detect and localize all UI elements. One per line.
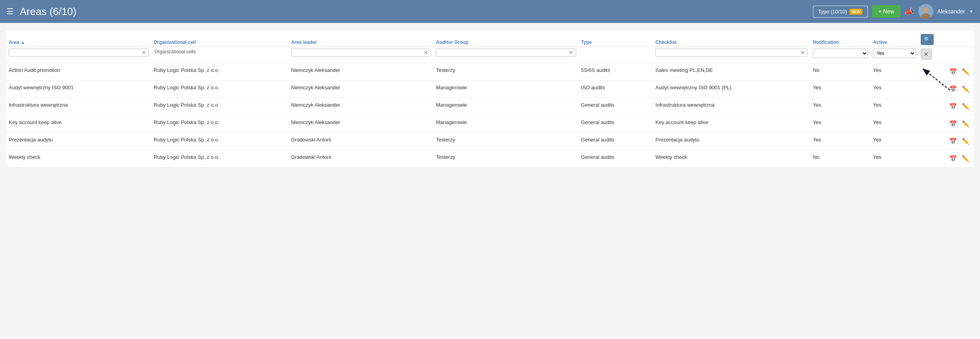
cell-notification: Yes [810, 115, 870, 133]
cell-notification: Yes [810, 81, 870, 98]
cell-auditor-group: Managerowie [433, 115, 579, 133]
cell-type: General audits [579, 150, 653, 168]
calendar-button[interactable]: 📅 [948, 85, 959, 94]
cell-area: Key account keep alive [6, 115, 151, 133]
filter-active: Yes No [870, 47, 918, 63]
avatar [918, 4, 933, 19]
cell-actions: 📅 ✏️ [918, 115, 974, 133]
table-row: Prezentacja audytuRuby Logic Polska Sp. … [6, 133, 974, 150]
type-button-label: Type (10/10) [818, 9, 847, 15]
cell-area: Prezentacja audytu [6, 133, 151, 150]
notification-filter-select[interactable]: Yes No [813, 49, 868, 58]
search-button[interactable]: 🔍 [921, 34, 934, 45]
cell-actions: 📅 ✏️ [918, 150, 974, 168]
cell-notification: Yes [810, 98, 870, 115]
cell-checklist: Prezentacja audytu [653, 133, 810, 150]
table-row: Audyt wewnętrzny ISO 9001Ruby Logic Pols… [6, 81, 974, 98]
table-header-row: Area ▲ Organizational cell Area leader A… [6, 31, 974, 47]
auditor-group-filter-clear-icon[interactable]: ✕ [568, 50, 574, 55]
header-actions: Type (10/10) NEW + New 📣 Aleksander ▼ [813, 4, 974, 19]
col-org-cell-label: Organizational cell [154, 40, 196, 45]
col-checklist: Checklist [653, 31, 810, 47]
areas-table: Area ▲ Organizational cell Area leader A… [6, 31, 974, 168]
calendar-button[interactable]: 📅 [948, 102, 959, 111]
sort-arrow-icon[interactable]: ▲ [21, 40, 25, 45]
cell-area-leader: Niemczyk Aleksander [289, 63, 434, 81]
username-label[interactable]: Aleksander [937, 8, 965, 15]
user-menu-chevron-icon[interactable]: ▼ [969, 9, 974, 14]
cell-org-cell: Ruby Logic Polska Sp. z o.o. [151, 133, 289, 150]
cell-active: Yes [870, 133, 918, 150]
cell-area: Audyt wewnętrzny ISO 9001 [6, 81, 151, 98]
table-wrapper: Area ▲ Organizational cell Area leader A… [6, 31, 974, 168]
type-button[interactable]: Type (10/10) NEW [813, 6, 868, 18]
cell-area-leader: Niemczyk Aleksander [289, 115, 434, 133]
calendar-button[interactable]: 📅 [948, 154, 959, 163]
area-filter-clear-icon[interactable]: ✕ [141, 50, 147, 55]
notification-bell-icon[interactable]: 📣 [904, 7, 914, 16]
cell-area-leader: Niemczyk Aleksander [289, 98, 434, 115]
edit-button[interactable]: ✏️ [960, 154, 971, 163]
calendar-button[interactable]: 📅 [948, 119, 959, 128]
edit-button[interactable]: ✏️ [960, 85, 971, 94]
cell-active: Yes [870, 150, 918, 168]
new-button-label: + New [878, 8, 894, 15]
checklist-filter-clear-icon[interactable]: ✕ [800, 50, 806, 55]
new-button[interactable]: + New [872, 5, 901, 18]
cell-type: 5S/6S audits [579, 63, 653, 81]
cell-checklist: Weekly check [653, 150, 810, 168]
col-type-label: Type [581, 40, 592, 45]
cell-type: General audits [579, 133, 653, 150]
new-badge: NEW [849, 9, 863, 15]
cell-auditor-group: Testerzy [433, 150, 579, 168]
edit-button[interactable]: ✏️ [960, 102, 971, 111]
cell-area: Infrastruktura wewnętrzna [6, 98, 151, 115]
cell-actions: 📅 ✏️ [918, 98, 974, 115]
col-area-label: Area [9, 40, 21, 45]
cell-checklist: Sales meeting PL,EN,DE [653, 63, 810, 81]
cell-notification: No [810, 63, 870, 81]
cell-org-cell: Ruby Logic Polska Sp. z o.o. [151, 81, 289, 98]
edit-button[interactable]: ✏️ [960, 67, 971, 76]
table-row: Infrastruktura wewnętrznaRuby Logic Pols… [6, 98, 974, 115]
cell-auditor-group: Testerzy [433, 133, 579, 150]
edit-button[interactable]: ✏️ [960, 137, 971, 146]
cell-org-cell: Ruby Logic Polska Sp. z o.o. [151, 98, 289, 115]
col-area-leader-label: Area leader [291, 40, 317, 45]
filter-actions: ✕ [918, 47, 974, 63]
cell-type: General audits [579, 115, 653, 133]
active-filter-select[interactable]: Yes No [873, 49, 916, 58]
area-leader-filter-wrap: ✕ [291, 49, 431, 56]
col-auditor-group-label: Auditor Group [436, 40, 468, 45]
clear-filters-button[interactable]: ✕ [921, 49, 932, 60]
table-row: Key account keep aliveRuby Logic Polska … [6, 115, 974, 133]
checklist-filter-input[interactable] [657, 50, 800, 55]
calendar-button[interactable]: 📅 [948, 137, 959, 146]
edit-button[interactable]: ✏️ [960, 119, 971, 128]
hamburger-menu-icon[interactable]: ☰ [6, 7, 13, 16]
cell-actions: 📅 ✏️ [918, 81, 974, 98]
col-area-leader: Area leader [289, 31, 434, 47]
cell-notification: No [810, 150, 870, 168]
area-leader-filter-input[interactable] [293, 50, 423, 55]
col-active-label: Active [873, 40, 887, 45]
filter-type [579, 47, 653, 63]
area-filter-input[interactable] [11, 50, 141, 55]
filter-checklist: ✕ [653, 47, 810, 63]
auditor-group-filter-wrap: ✕ [436, 49, 576, 56]
col-org-cell: Organizational cell [151, 31, 289, 47]
auditor-group-filter-input[interactable] [438, 50, 568, 55]
calendar-button[interactable]: 📅 [948, 67, 959, 76]
svg-point-1 [923, 7, 929, 13]
cell-active: Yes [870, 115, 918, 133]
area-leader-filter-clear-icon[interactable]: ✕ [423, 50, 429, 55]
table-row: Action Audit promotionRuby Logic Polska … [6, 63, 974, 81]
cell-active: Yes [870, 63, 918, 81]
col-active: Active [870, 31, 918, 47]
cell-checklist: Key account keep alive [653, 115, 810, 133]
cell-org-cell: Ruby Logic Polska Sp. z o.o. [151, 115, 289, 133]
cell-auditor-group: Managerowie [433, 81, 579, 98]
cell-area-leader: Gradowski Antoni [289, 150, 434, 168]
cell-type: ISO audits [579, 81, 653, 98]
col-type: Type [579, 31, 653, 47]
